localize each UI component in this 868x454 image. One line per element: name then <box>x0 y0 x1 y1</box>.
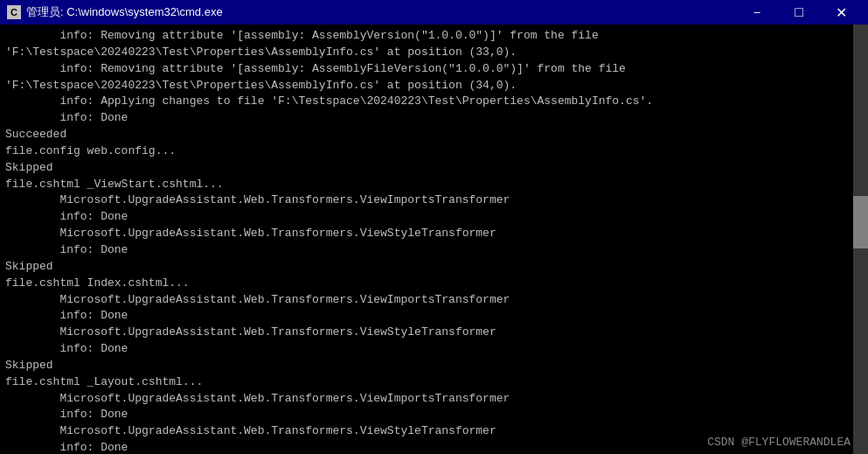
console-line: Succeeded <box>5 127 863 143</box>
console-line: 'F:\Testspace\20240223\Test\Properties\A… <box>5 45 863 61</box>
console-line: Microsoft.UpgradeAssistant.Web.Transform… <box>5 192 863 209</box>
console-line: info: Done <box>5 308 863 325</box>
console-line: Microsoft.UpgradeAssistant.Web.Transform… <box>5 391 863 408</box>
console-line: info: Removing attribute '[assembly: Ass… <box>5 61 863 78</box>
console-line: info: Done <box>5 407 863 423</box>
console-lines: info: Removing attribute '[assembly: Ass… <box>5 28 863 454</box>
window-controls: － □ ✕ <box>737 0 861 24</box>
console-line: Skipped <box>5 160 863 177</box>
console-line: Microsoft.UpgradeAssistant.Web.Transform… <box>5 226 863 242</box>
console-line: info: Removing attribute '[assembly: Ass… <box>5 28 863 45</box>
console-line: file.config web.config... <box>5 143 863 160</box>
console-line: file.cshtml _Layout.cshtml... <box>5 374 863 391</box>
console-line: file.cshtml Index.cshtml... <box>5 276 863 292</box>
console-line: file.cshtml _ViewStart.cshtml... <box>5 177 863 193</box>
console-line: Skipped <box>5 358 863 374</box>
console-line: Skipped <box>5 259 863 276</box>
close-button[interactable]: ✕ <box>821 0 861 24</box>
scrollbar[interactable] <box>853 24 868 454</box>
console-line: info: Applying changes to file 'F:\Tests… <box>5 94 863 110</box>
scrollbar-thumb[interactable] <box>853 196 868 248</box>
titlebar: C 管理员: C:\windows\system32\cmd.exe － □ ✕ <box>0 0 868 24</box>
restore-button[interactable]: □ <box>779 0 819 24</box>
cmd-window: C 管理员: C:\windows\system32\cmd.exe － □ ✕… <box>0 0 868 454</box>
window-title: 管理员: C:\windows\system32\cmd.exe <box>26 4 737 20</box>
console-line: Microsoft.UpgradeAssistant.Web.Transform… <box>5 292 863 309</box>
console-line: info: Done <box>5 209 863 226</box>
window-icon: C <box>7 5 21 19</box>
console-line: 'F:\Testspace\20240223\Test\Properties\A… <box>5 78 863 94</box>
watermark: CSDN @FLYFLOWERANDLEA <box>707 436 851 449</box>
minimize-button[interactable]: － <box>737 0 777 24</box>
console-line: info: Done <box>5 242 863 259</box>
console-line: info: Done <box>5 110 863 127</box>
console-line: Microsoft.UpgradeAssistant.Web.Transform… <box>5 325 863 341</box>
console-output: info: Removing attribute '[assembly: Ass… <box>0 24 868 454</box>
console-line: info: Done <box>5 341 863 358</box>
